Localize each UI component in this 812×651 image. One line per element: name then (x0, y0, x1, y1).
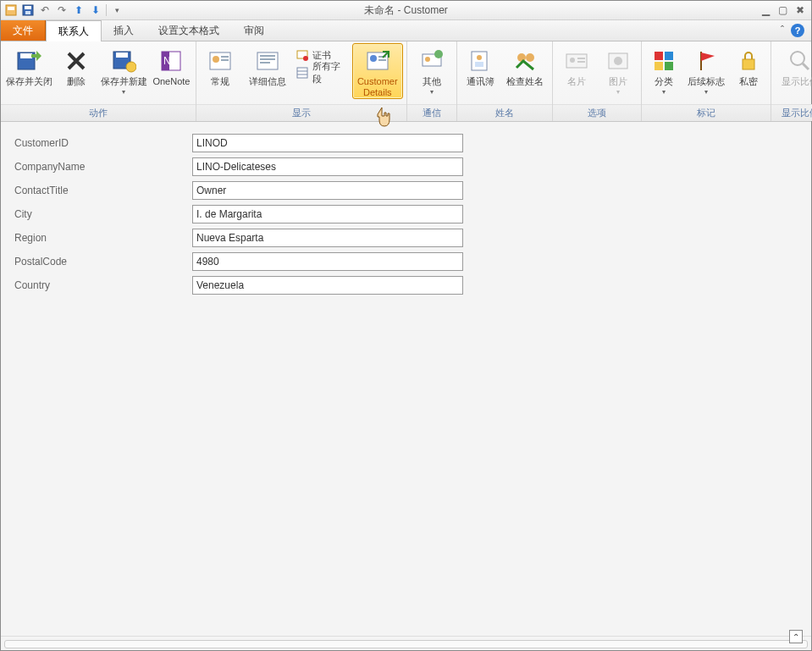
svg-point-27 (370, 55, 377, 62)
ribbon: 保存并关闭 删除 保存并新建 ▾ N (1, 41, 811, 122)
tab-contacts[interactable]: 联系人 (46, 20, 102, 41)
label-postalcode: PostalCode (14, 256, 184, 268)
qat-separator (106, 4, 107, 16)
ribbon-group-options: 名片 图片 ▾ 选项 (553, 41, 642, 121)
input-city[interactable] (192, 205, 463, 223)
details-label: 详细信息 (244, 76, 292, 98)
ribbon-group-zoom: 显示比例 显示比例 (771, 41, 812, 121)
ribbon-group-tags: 分类 ▾ 后续标志 ▾ 私密 标记 (642, 41, 771, 121)
svg-rect-47 (665, 62, 673, 70)
svg-point-9 (126, 62, 136, 72)
help-icon[interactable]: ? (791, 24, 804, 37)
label-contacttitle: ContactTitle (14, 185, 184, 196)
address-book-icon (467, 47, 494, 74)
categorize-icon (650, 47, 677, 74)
form-grid: CustomerID CompanyName ContactTitle City… (14, 134, 798, 295)
group-label-show: 显示 (196, 104, 406, 121)
qat-customize-icon[interactable]: ▾ (110, 3, 124, 17)
qat-save-icon[interactable] (21, 3, 35, 17)
label-city: City (14, 208, 184, 220)
expand-pane-button[interactable]: ⌃ (789, 630, 803, 643)
general-icon (207, 47, 234, 74)
tab-insert[interactable]: 插入 (102, 20, 146, 41)
app-icon (4, 3, 18, 17)
qat-next-icon[interactable]: ⬇ (89, 3, 102, 17)
close-button[interactable]: ✖ (794, 4, 806, 16)
svg-rect-35 (475, 62, 483, 67)
general-button[interactable]: 常规 (200, 43, 241, 99)
ribbon-collapse-icon[interactable]: ˆ (781, 25, 784, 36)
onenote-button[interactable]: N OneNote (151, 43, 192, 99)
tab-format-text[interactable]: 设置文本格式 (146, 20, 232, 41)
svg-rect-41 (577, 61, 585, 63)
tab-review[interactable]: 审阅 (232, 20, 277, 41)
address-book-label: 通讯簿 (461, 76, 499, 98)
delete-icon (63, 47, 90, 74)
zoom-button[interactable]: 显示比例 (775, 43, 812, 99)
qat-undo-icon[interactable]: ↶ (38, 3, 52, 17)
save-new-button[interactable]: 保存并新建 ▾ (99, 43, 149, 97)
input-region[interactable] (192, 229, 463, 247)
tab-file[interactable]: 文件 (1, 20, 46, 41)
customer-details-label: Customer Details (353, 76, 402, 98)
svg-point-34 (477, 55, 482, 60)
ribbon-group-show: 常规 详细信息 证书 (196, 41, 407, 121)
check-names-icon (511, 47, 539, 74)
check-names-button[interactable]: 检查姓名 (501, 43, 549, 99)
business-card-label: 名片 (557, 76, 595, 98)
input-contacttitle[interactable] (192, 181, 463, 200)
label-region: Region (14, 232, 184, 244)
follow-up-button[interactable]: 后续标志 ▾ (684, 43, 728, 97)
address-book-button[interactable]: 通讯簿 (461, 43, 500, 99)
svg-rect-8 (116, 52, 128, 58)
input-country[interactable] (192, 276, 463, 295)
all-fields-label: 所有字段 (312, 60, 349, 86)
check-names-label: 检查姓名 (502, 76, 548, 98)
label-country: Country (14, 279, 184, 291)
customer-details-button[interactable]: Customer Details (352, 43, 403, 99)
titlebar: ↶ ↷ ⬆ ⬇ ▾ 未命名 - Customer ▁ ▢ ✖ (1, 1, 811, 20)
qat-redo-icon[interactable]: ↷ (55, 3, 69, 17)
save-close-label: 保存并关闭 (5, 76, 53, 98)
svg-text:N: N (163, 55, 171, 67)
categorize-button[interactable]: 分类 ▾ (645, 43, 682, 97)
lock-icon (735, 47, 762, 74)
onenote-icon: N (157, 47, 185, 74)
other-icon (418, 47, 445, 74)
delete-button[interactable]: 删除 (56, 43, 97, 99)
window-controls: ▁ ▢ ✖ (760, 4, 811, 16)
svg-point-14 (213, 56, 219, 63)
svg-rect-20 (260, 62, 270, 63)
other-button[interactable]: 其他 ▾ (411, 43, 453, 97)
input-customerid[interactable] (192, 134, 463, 152)
svg-rect-19 (260, 58, 275, 60)
delete-label: 删除 (57, 76, 97, 98)
ribbon-group-comm: 其他 ▾ 通信 (407, 41, 457, 121)
onenote-label: OneNote (152, 76, 191, 98)
minimize-button[interactable]: ▁ (760, 4, 771, 16)
horizontal-scrollbar[interactable] (1, 636, 811, 650)
svg-point-31 (425, 57, 430, 62)
maximize-button[interactable]: ▢ (776, 4, 789, 16)
group-label-actions: 动作 (1, 104, 196, 121)
svg-point-39 (570, 58, 575, 63)
all-fields-button[interactable]: 所有字段 (294, 64, 350, 81)
details-button[interactable]: 详细信息 (243, 43, 293, 99)
group-label-zoom: 显示比例 (771, 104, 812, 121)
private-button[interactable]: 私密 (730, 43, 767, 99)
group-label-names: 姓名 (457, 104, 552, 121)
svg-rect-15 (221, 56, 229, 58)
svg-rect-44 (655, 52, 663, 60)
save-close-button[interactable]: 保存并关闭 (4, 43, 54, 99)
input-postalcode[interactable] (192, 252, 463, 271)
svg-rect-16 (221, 59, 229, 61)
svg-rect-45 (665, 52, 673, 60)
business-card-button[interactable]: 名片 (556, 43, 596, 99)
svg-point-37 (526, 53, 534, 62)
input-companyname[interactable] (192, 157, 463, 176)
label-companyname: CompanyName (14, 161, 184, 173)
picture-button[interactable]: 图片 ▾ (598, 43, 638, 97)
all-fields-icon (296, 66, 309, 80)
qat-prev-icon[interactable]: ⬆ (72, 3, 86, 17)
svg-rect-6 (20, 53, 32, 58)
